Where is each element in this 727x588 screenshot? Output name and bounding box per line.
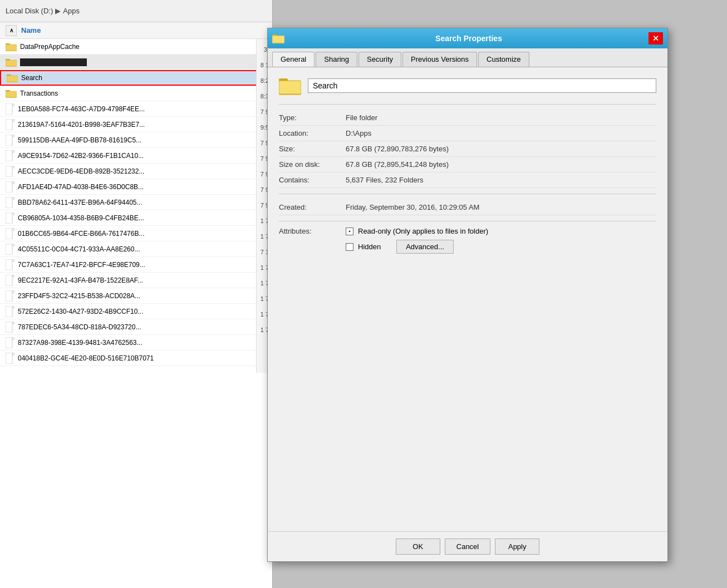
cancel-button[interactable]: Cancel xyxy=(445,538,490,555)
file-icon xyxy=(6,213,14,224)
file-name: 787EDEC6-5A34-48CD-818A-D923720... xyxy=(18,323,141,331)
file-name: 040418B2-GC4E-4E20-8E0D-516E710B7071 xyxy=(18,354,154,362)
svg-rect-21 xyxy=(12,119,14,121)
list-item[interactable]: Transactions xyxy=(0,86,272,101)
file-name: 01B6CC65-9B64-4FCE-B66A-7617476B... xyxy=(18,230,144,238)
file-icon xyxy=(6,244,14,255)
list-item[interactable]: 1EB0A588-FC74-463C-A7D9-4798F4EE... xyxy=(0,101,272,117)
file-name: AECC3CDE-9ED6-4EDB-892B-3521232... xyxy=(18,167,144,175)
svg-rect-52 xyxy=(6,290,12,302)
svg-rect-69 xyxy=(272,36,284,43)
list-item[interactable]: 7C7A63C1-7EA7-41F2-BFCF-4E98E709... xyxy=(0,257,272,273)
svg-rect-27 xyxy=(12,150,14,152)
folder-name-input[interactable] xyxy=(308,78,656,93)
dialog-close-button[interactable]: ✕ xyxy=(649,32,663,45)
file-name: A9CE9154-7D62-42B2-9366-F1B1CA10... xyxy=(18,152,144,160)
svg-rect-36 xyxy=(12,197,14,199)
svg-rect-49 xyxy=(6,275,12,286)
ok-button[interactable]: OK xyxy=(396,538,440,555)
hidden-row: Hidden Advanced... xyxy=(346,240,488,254)
file-icon xyxy=(6,166,14,177)
svg-rect-25 xyxy=(6,150,12,161)
tab-sharing[interactable]: Sharing xyxy=(316,52,357,67)
hidden-checkbox[interactable] xyxy=(346,243,353,251)
file-icon xyxy=(6,150,14,161)
breadcrumb-folder: Apps xyxy=(63,7,80,15)
list-item[interactable]: 213619A7-5164-4201-B998-3EAF7B3E7... xyxy=(0,117,272,132)
file-name: 7C7A63C1-7EA7-41F2-BFCF-4E98E709... xyxy=(18,261,145,269)
size-on-disk-row: Size on disk: 67.8 GB (72,895,541,248 by… xyxy=(279,157,656,172)
size-row: Size: 67.8 GB (72,890,783,276 bytes) xyxy=(279,141,656,157)
divider xyxy=(279,194,656,194)
file-name: 9EC2217E-92A1-43FA-B47B-1522E8AF... xyxy=(18,276,143,284)
file-list: DataPrepAppCache xyxy=(0,39,272,366)
list-item[interactable]: AECC3CDE-9ED6-4EDB-892B-3521232... xyxy=(0,164,272,179)
divider xyxy=(279,104,656,105)
file-icon xyxy=(6,135,14,146)
tab-previous-versions[interactable]: Previous Versions xyxy=(402,52,477,67)
svg-rect-2 xyxy=(6,45,17,51)
attributes-label: Attributes: xyxy=(279,227,346,235)
size-on-disk-value: 67.8 GB (72,895,541,248 bytes) xyxy=(346,160,449,169)
file-icon xyxy=(6,353,14,364)
tab-general[interactable]: General xyxy=(272,52,315,67)
list-item[interactable]: 9EC2217E-92A1-43FA-B47B-1522E8AF... xyxy=(0,273,272,288)
list-item[interactable]: 040418B2-GC4E-4E20-8E0D-516E710B7071 xyxy=(0,350,272,366)
folder-icon xyxy=(7,73,18,82)
svg-rect-22 xyxy=(6,135,12,146)
scroll-up-btn[interactable]: ∧ xyxy=(6,25,17,36)
list-item[interactable]: 4C05511C-0C04-4C71-933A-AA8E260... xyxy=(0,241,272,257)
list-item[interactable]: A9CE9154-7D62-42B2-9366-F1B1CA10... xyxy=(0,148,272,164)
contains-value: 5,637 Files, 232 Folders xyxy=(346,176,423,184)
apply-button[interactable]: Apply xyxy=(495,538,539,555)
name-column-header: Name xyxy=(21,26,41,34)
file-name xyxy=(20,58,87,66)
svg-rect-31 xyxy=(6,181,12,192)
file-name: 4C05511C-0C04-4C71-933A-AA8E260... xyxy=(18,245,140,253)
dialog-titlebar: Search Properties ✕ xyxy=(268,28,667,48)
list-item[interactable]: DataPrepAppCache xyxy=(0,39,272,55)
svg-rect-40 xyxy=(6,228,12,239)
location-row: Location: D:\Apps xyxy=(279,126,656,141)
list-item[interactable]: AFD1AE4D-47AD-4038-B4E6-36D0C8B... xyxy=(0,179,272,195)
list-item[interactable]: 23FFD4F5-32C2-4215-B538-ACD028A... xyxy=(0,288,272,304)
readonly-checkbox[interactable] xyxy=(346,228,353,235)
svg-rect-55 xyxy=(6,306,12,317)
file-name: CB96805A-1034-4358-B6B9-C4FB24BE... xyxy=(18,214,144,222)
file-icon xyxy=(6,275,14,286)
svg-rect-28 xyxy=(6,166,12,177)
list-item[interactable]: 01B6CC65-9B64-4FCE-B66A-7617476B... xyxy=(0,226,272,241)
tab-customize[interactable]: Customize xyxy=(478,52,529,67)
dialog-body: Type: File folder Location: D:\Apps Size… xyxy=(268,67,667,531)
file-icon xyxy=(6,228,14,239)
folder-icon xyxy=(6,89,17,98)
svg-rect-48 xyxy=(12,259,14,261)
list-item-search[interactable]: Search xyxy=(0,70,272,86)
svg-rect-58 xyxy=(6,322,12,333)
svg-rect-51 xyxy=(12,275,14,277)
list-item[interactable]: 787EDEC6-5A34-48CD-818A-D923720... xyxy=(0,319,272,335)
svg-rect-24 xyxy=(12,135,14,137)
file-name: 1EB0A588-FC74-463C-A7D9-4798F4EE... xyxy=(18,105,145,113)
readonly-row: Read-only (Only applies to files in fold… xyxy=(346,227,488,235)
svg-rect-43 xyxy=(6,244,12,255)
svg-rect-6 xyxy=(6,60,17,66)
list-item[interactable]: 572E26C2-1430-4A27-93D2-4B9CCF10... xyxy=(0,304,272,319)
file-icon xyxy=(6,119,14,130)
size-value: 67.8 GB (72,890,783,276 bytes) xyxy=(346,145,449,153)
file-name: 213619A7-5164-4201-B998-3EAF7B3E7... xyxy=(18,121,145,129)
divider xyxy=(279,221,656,221)
list-item[interactable]: 87327A98-398E-4139-9481-3A4762563... xyxy=(0,335,272,350)
svg-rect-10 xyxy=(7,76,18,82)
list-item[interactable]: CB96805A-1034-4358-B6B9-C4FB24BE... xyxy=(0,210,272,226)
big-folder-icon xyxy=(279,76,301,95)
advanced-button[interactable]: Advanced... xyxy=(396,240,454,254)
size-label: Size: xyxy=(279,145,346,153)
list-item[interactable]: BBD78A62-6411-437E-B96A-64F94405... xyxy=(0,195,272,210)
list-item[interactable] xyxy=(0,55,272,70)
list-item[interactable]: 599115DB-AAEA-49FD-BB78-81619C5... xyxy=(0,132,272,148)
file-icon xyxy=(6,290,14,302)
svg-rect-54 xyxy=(12,290,14,293)
tab-security[interactable]: Security xyxy=(358,52,401,67)
file-name: BBD78A62-6411-437E-B96A-64F94405... xyxy=(18,199,142,206)
